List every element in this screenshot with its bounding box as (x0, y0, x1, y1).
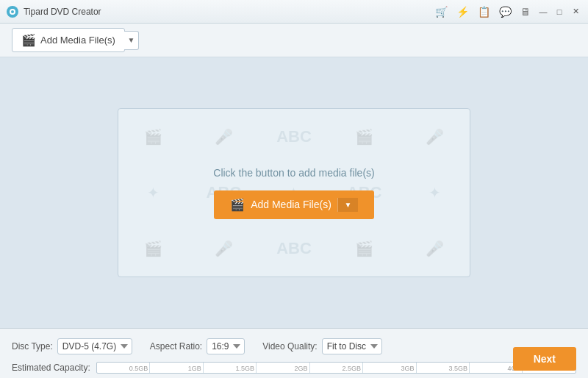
minimize-button[interactable]: — (537, 5, 550, 18)
wm-mic-1: 🎤 (189, 109, 259, 165)
disc-type-group: Disc Type: DVD-5 (4.7G) DVD-9 (8.5G) (12, 338, 132, 354)
wm-mic-2: 🎤 (399, 109, 470, 165)
aspect-ratio-label: Aspect Ratio: (150, 341, 202, 352)
dropzone-add-icon: 🎬 (230, 198, 245, 212)
close-button[interactable]: ✕ (569, 5, 582, 18)
tick-0-5gb: 0.5GB (97, 363, 150, 373)
tick-label-2gb: 2GB (295, 365, 308, 372)
titlebar-left: Tipard DVD Creator (6, 5, 101, 18)
maximize-button[interactable]: □ (553, 5, 566, 18)
video-quality-label: Video Quality: (262, 341, 318, 352)
dropzone-instruction: Click the button to add media file(s) (213, 167, 374, 179)
capacity-label: Estimated Capacity: (12, 363, 90, 373)
app-logo (6, 5, 19, 18)
bottom-controls: Disc Type: DVD-5 (4.7G) DVD-9 (8.5G) Asp… (12, 333, 576, 359)
wm-film-3: 🎬 (118, 221, 189, 277)
tick-label-2-5gb: 2.5GB (343, 365, 362, 372)
tick-label-1gb: 1GB (188, 365, 201, 372)
tick-3-5gb: 3.5GB (417, 363, 470, 373)
next-button[interactable]: Next (513, 347, 576, 371)
monitor-icon[interactable]: 🖥 (517, 4, 534, 19)
wm-text-4: ABC (259, 221, 329, 277)
dropdown-arrow-icon: ▼ (127, 36, 135, 44)
tick-2-5gb: 2.5GB (310, 363, 363, 373)
wm-film-1: 🎬 (118, 109, 189, 165)
disc-type-label: Disc Type: (12, 341, 53, 352)
wm-film-4: 🎬 (329, 221, 400, 277)
tick-3gb: 3GB (363, 363, 416, 373)
video-quality-select[interactable]: Fit to Disc High Medium Low (322, 338, 382, 354)
tick-2gb: 2GB (257, 363, 309, 373)
video-quality-group: Video Quality: Fit to Disc High Medium L… (262, 338, 382, 354)
tick-label-1-5gb: 1.5GB (236, 365, 255, 372)
wm-text-1: ABC (259, 109, 329, 165)
wm-star-1: ✦ (118, 165, 189, 221)
capacity-row: Estimated Capacity: 0.5GB 1GB 1.5GB 2GB … (12, 362, 576, 374)
clipboard-icon[interactable]: 📋 (475, 4, 493, 19)
add-media-label: Add Media File(s) (40, 35, 115, 46)
app-title: Tipard DVD Creator (24, 7, 101, 17)
tick-1-5gb: 1.5GB (204, 363, 257, 373)
bottombar: Disc Type: DVD-5 (4.7G) DVD-9 (8.5G) Asp… (0, 328, 588, 378)
capacity-ticks: 0.5GB 1GB 1.5GB 2GB 2.5GB 3GB 3.5GB 4GB … (97, 363, 576, 373)
wm-film-2: 🎬 (329, 109, 400, 165)
dropzone-add-media-button[interactable]: 🎬 Add Media File(s) ▼ (214, 190, 374, 219)
toolbar: 🎬 Add Media File(s) ▼ (0, 24, 588, 57)
add-media-icon: 🎬 (21, 33, 36, 47)
aspect-ratio-select[interactable]: 16:9 4:3 (207, 338, 245, 354)
cart-icon[interactable]: 🛒 (432, 4, 451, 19)
add-media-button[interactable]: 🎬 Add Media File(s) (12, 28, 125, 52)
dropzone-dropdown-arrow[interactable]: ▼ (337, 198, 358, 212)
chat-icon[interactable]: 💬 (496, 4, 514, 19)
dropdown-arrow-icon: ▼ (344, 201, 351, 209)
add-media-dropdown[interactable]: ▼ (124, 31, 139, 50)
tick-label-3gb: 3GB (401, 365, 415, 372)
dropzone: 🎬 🎤 ABC 🎬 🎤 ✦ ABC ✦ ABC ✦ 🎬 🎤 ABC 🎬 🎤 Cl… (118, 108, 470, 277)
wm-mic-3: 🎤 (189, 221, 259, 277)
svg-point-2 (11, 10, 14, 13)
main-area: 🎬 🎤 ABC 🎬 🎤 ✦ ABC ✦ ABC ✦ 🎬 🎤 ABC 🎬 🎤 Cl… (0, 57, 588, 328)
titlebar-controls: 🛒 ⚡ 📋 💬 🖥 — □ ✕ (432, 4, 582, 19)
capacity-bar: 0.5GB 1GB 1.5GB 2GB 2.5GB 3GB 3.5GB 4GB … (96, 362, 576, 374)
aspect-ratio-group: Aspect Ratio: 16:9 4:3 (150, 338, 245, 354)
disc-type-select[interactable]: DVD-5 (4.7G) DVD-9 (8.5G) (57, 338, 132, 354)
dropzone-add-label: Add Media File(s) (251, 199, 331, 210)
wm-mic-4: 🎤 (399, 221, 470, 277)
bolt-icon[interactable]: ⚡ (453, 4, 472, 19)
titlebar: Tipard DVD Creator 🛒 ⚡ 📋 💬 🖥 — □ ✕ (0, 0, 588, 24)
wm-star-3: ✦ (399, 165, 470, 221)
tick-label-3-5gb: 3.5GB (448, 365, 467, 372)
tick-label-0-5gb: 0.5GB (129, 365, 148, 372)
tick-1gb: 1GB (150, 363, 203, 373)
